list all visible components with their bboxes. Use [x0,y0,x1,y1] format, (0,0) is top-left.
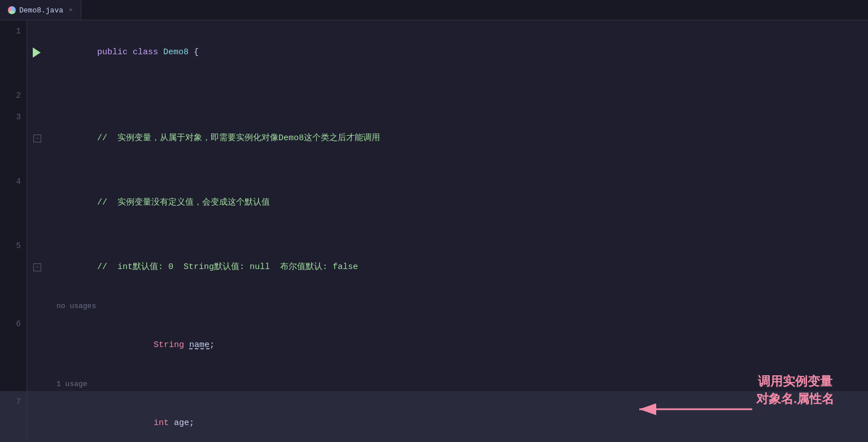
editor: 1 public class Demo8 { 2 3 − // 实例变量，从属于… [0,20,868,442]
tab-bar: Demo8.java × [0,0,868,20]
comment: // 实例变量没有定义值，会变成这个默认值 [97,198,270,207]
line-content: // 实例变量，从属于对象，即需要实例化对像Demo8这个类之后才能调用 [47,106,868,171]
table-row: 1 public class Demo8 { [0,20,868,85]
table-row: 5 − // int默认值: 0 String默认值: null 布尔值默认: … [0,235,868,300]
run-button[interactable] [33,47,42,58]
keyword-type: String [154,340,189,350]
table-row: 4 // 实例变量没有定义值，会变成这个默认值 [0,171,868,235]
usage-hint: 1 usage [47,378,88,391]
line-content: // 实例变量没有定义值，会变成这个默认值 [47,171,868,235]
line-gutter [27,391,47,442]
keyword: class [133,47,163,57]
code-area: 1 public class Demo8 { 2 3 − // 实例变量，从属于… [0,20,868,442]
close-icon[interactable]: × [69,7,73,14]
table-row: 2 [0,85,868,106]
line-gutter[interactable]: − [27,106,47,171]
line-gutter [27,313,47,378]
line-number [0,378,27,391]
line-content: String name; [47,313,868,378]
line-number: 2 [0,85,27,106]
line-gutter[interactable]: − [27,235,47,300]
table-row: 7 int age; [0,391,868,442]
line-number: 6 [0,313,27,378]
line-gutter[interactable] [27,20,47,85]
var-name: age [174,418,189,428]
table-row: 6 String name; [0,313,868,378]
table-row: 3 − // 实例变量，从属于对象，即需要实例化对像Demo8这个类之后才能调用 [0,106,868,171]
line-number: 5 [0,235,27,300]
usage-hint-row: 1 usage [0,378,868,391]
line-number: 1 [0,20,27,85]
line-gutter [27,171,47,235]
var-name: name [189,340,210,350]
line-number: 7 [0,391,27,442]
comment: // int默认值: 0 String默认值: null 布尔值默认: fals… [97,262,358,272]
usage-hint-row: no usages [0,300,868,313]
line-number: 4 [0,171,27,235]
file-icon [8,6,16,14]
tab-demo8[interactable]: Demo8.java × [0,0,81,20]
punct: ; [189,418,194,428]
fold-button[interactable]: − [33,263,41,271]
punct: { [194,47,199,57]
tab-label: Demo8.java [19,6,63,15]
line-gutter [27,378,47,391]
line-content: int age; [47,391,868,442]
line-gutter [27,300,47,313]
line-content: public class Demo8 { [47,20,868,85]
usage-hint: no usages [47,300,96,313]
line-content [47,85,868,106]
fold-button[interactable]: − [33,135,41,142]
line-gutter [27,85,47,106]
punct: ; [210,340,215,350]
line-content: // int默认值: 0 String默认值: null 布尔值默认: fals… [47,235,868,300]
class-name: Demo8 [163,47,194,57]
keyword-type: int [154,418,174,428]
line-number: 3 [0,106,27,171]
comment: // 实例变量，从属于对象，即需要实例化对像Demo8这个类之后才能调用 [97,133,380,143]
line-number [0,300,27,313]
keyword: public [97,47,133,57]
